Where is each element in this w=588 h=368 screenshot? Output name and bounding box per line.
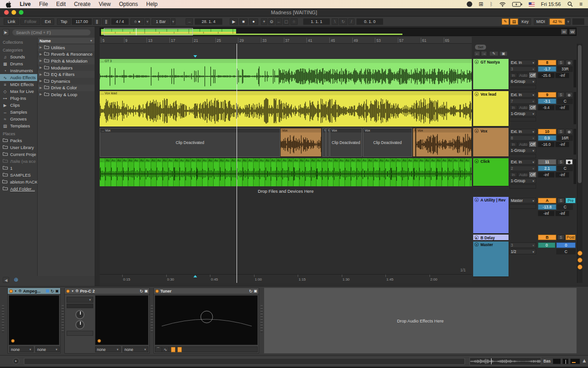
track-fold-icon[interactable]: ▼ (475, 198, 479, 202)
draw-mode-button[interactable]: ▢ (283, 18, 289, 25)
follow-playhead-button[interactable]: ○ (290, 18, 298, 25)
pan-field[interactable]: C (556, 249, 576, 254)
optimize-height-button[interactable]: H (561, 29, 567, 34)
track-fold-icon[interactable]: ▼ (475, 92, 479, 96)
arm-record-button[interactable] (565, 159, 573, 165)
bluetooth-icon[interactable]: ᛒ (490, 1, 493, 7)
volume-field[interactable]: -1.7 (538, 66, 556, 72)
track-activator[interactable]: 8 (538, 60, 556, 65)
arrangement-position-field[interactable]: 28. 1. 4 (195, 18, 222, 25)
places-item-5[interactable]: SAMPLES (0, 172, 37, 178)
track-lane-vox[interactable]: ... VoxClip DeactivatedVoxVVVoxClip Deac… (100, 128, 472, 157)
draw-mode-toggle[interactable]: ✎ (502, 18, 509, 25)
quantization-arrow-icon[interactable]: ▾ (171, 18, 175, 25)
monitor-in-button[interactable]: In (509, 73, 517, 78)
overview-selection-box[interactable] (104, 28, 193, 35)
input-channel-menu[interactable]: 2▼ (509, 166, 536, 171)
master-volume-field[interactable]: 0 (556, 242, 576, 248)
track-activator[interactable]: 9 (538, 92, 556, 98)
sidebar-item-audio-effects[interactable]: ∿Audio Effects (0, 74, 37, 81)
apple-menu-icon[interactable] (6, 1, 11, 8)
punch-out-button[interactable]: / (348, 18, 355, 25)
computer-midi-keyboard-button[interactable]: ▤ (510, 18, 518, 25)
plugin-param-led[interactable] (11, 339, 15, 343)
loop-start-field[interactable]: 1. 1. 1 (303, 18, 330, 25)
save-preset-icon[interactable]: ▣ (254, 289, 257, 293)
device-resize-handle[interactable] (62, 305, 64, 333)
clip-deactivated[interactable]: VoxClip Deactivated (363, 128, 412, 157)
volume-field[interactable]: 2.1 (538, 166, 556, 171)
pre-post-toggle[interactable]: Pre (565, 198, 576, 203)
output-routing-menu[interactable]: 6-Group▼ (509, 79, 536, 84)
meter-peak-value[interactable]: -inf (555, 105, 569, 110)
master-out-menu[interactable]: 1/2▼ (509, 249, 536, 254)
device-ampeg[interactable]: ▼⚙ Ampeg... ↻ ▣none▼none▼ (7, 288, 61, 354)
places-item-3[interactable]: Лайв (на все (0, 158, 37, 165)
scrollbar-handle[interactable] (578, 45, 582, 183)
overload-indicator[interactable] (572, 18, 584, 25)
param-dropdown[interactable]: none▼ (35, 346, 60, 352)
sidebar-item-midi-effects[interactable]: ≡MIDI Effects (0, 81, 37, 88)
monitor-auto-button[interactable]: Auto (518, 172, 529, 177)
input-channel-menu[interactable]: 7▼ (509, 98, 536, 104)
device-resize-handle[interactable] (2, 305, 4, 333)
menu-item-edit[interactable]: Edit (56, 1, 66, 7)
track-activator[interactable]: 11 (538, 159, 556, 165)
device-title-bar[interactable]: ▼⚙ Ampeg... ↻ ▣ (8, 288, 60, 294)
live-logo-icon[interactable]: ▲ (582, 357, 587, 364)
draw-automation-button[interactable]: ✎ (489, 51, 498, 56)
ext-button[interactable]: Ext (41, 18, 54, 25)
arrangement-overview[interactable] (100, 28, 577, 36)
track-header-0[interactable]: ▼GT Nastya (473, 59, 509, 90)
pan-field[interactable]: C (557, 204, 573, 210)
track-activator[interactable]: B (538, 235, 556, 240)
battery-icon[interactable] (512, 2, 522, 7)
arm-record-button[interactable] (565, 92, 573, 98)
solo-button[interactable]: S (557, 235, 565, 240)
folder-row-1[interactable]: ▶Reverb & Resonance (38, 51, 95, 58)
menubar-clock[interactable]: Fri 15:56 (541, 1, 561, 7)
pan-field[interactable]: C (557, 98, 573, 104)
info-view-icon[interactable]: ▸ (13, 358, 19, 364)
wrench-icon[interactable]: ⚙ (75, 289, 79, 293)
places-item-1[interactable]: User Library (0, 144, 37, 151)
expand-arrow-icon[interactable]: ▶ (40, 46, 42, 49)
expand-arrow-icon[interactable]: ▶ (40, 86, 42, 90)
places-item-7[interactable]: Add Folder... (0, 185, 37, 192)
track-fold-icon[interactable]: ▼ (475, 159, 479, 163)
tap-tempo-button[interactable]: Tap (57, 18, 71, 25)
monitor-auto-button[interactable]: Auto (518, 142, 529, 147)
track-header-3[interactable]: ▼Click (473, 158, 509, 186)
folder-row-7[interactable]: ▶Delay & Loop (38, 91, 95, 98)
device-title-bar[interactable]: ▼⚙ Pro-C 2 ↻ ▣ (65, 288, 149, 294)
solo-button[interactable]: S (557, 60, 565, 65)
track-fold-icon[interactable]: ▶ (475, 236, 479, 240)
volume-field[interactable]: 0.9 (538, 135, 556, 141)
notification-dot[interactable] (577, 264, 582, 270)
scrub-area[interactable] (100, 44, 472, 59)
track-activator[interactable]: A (538, 198, 556, 203)
cue-volume-field[interactable]: 0 (538, 242, 555, 248)
nudge-down-button[interactable]: || (93, 18, 101, 25)
metronome-menu-icon[interactable]: ▾ (145, 18, 150, 25)
monitor-in-button[interactable]: In (509, 172, 517, 177)
overdub-button[interactable]: + (261, 18, 267, 25)
spotlight-search-icon[interactable] (567, 1, 573, 7)
track-delay-field[interactable] (509, 85, 536, 89)
solo-button[interactable]: S (557, 92, 565, 98)
cpu-load-meter[interactable]: 42 % (549, 18, 565, 25)
meter-value[interactable]: -25.6 (538, 73, 554, 78)
expand-arrow-icon[interactable]: ▶ (40, 59, 42, 63)
plugin-param-led[interactable] (97, 339, 101, 343)
hot-swap-icon[interactable]: ↻ (140, 289, 143, 293)
keyboard-layout-icon[interactable]: ⊞ (479, 1, 483, 7)
plugin-window-indicator[interactable] (46, 289, 49, 293)
input-type-menu[interactable]: Ext. In▼ (509, 159, 536, 165)
follow-button[interactable]: Follow (20, 18, 40, 25)
arm-record-button[interactable] (565, 129, 573, 134)
input-language-flag-icon[interactable] (529, 2, 535, 6)
track-lane-vox-lead[interactable]: ... Vox lead (100, 91, 472, 126)
param-dropdown[interactable]: none▼ (95, 346, 121, 352)
input-channel-menu[interactable]: 3▼ (509, 66, 536, 72)
device-activator-led[interactable] (66, 289, 70, 293)
